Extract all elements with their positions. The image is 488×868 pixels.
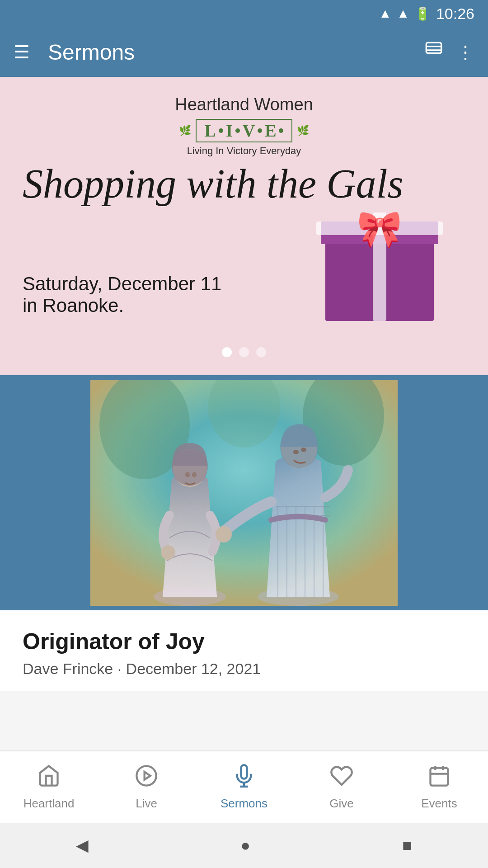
sermon-meta: Dave Frincke · December 12, 2021 [23, 660, 465, 678]
microphone-icon [232, 764, 256, 793]
battery-icon: 🔋 [415, 6, 431, 21]
sermon-title: Originator of Joy [23, 628, 465, 655]
live-i: I [226, 121, 233, 141]
sermon-card[interactable]: Originator of Joy Dave Frincke · Decembe… [0, 375, 488, 691]
live-e: E [265, 121, 276, 141]
menu-button[interactable]: ☰ [14, 42, 30, 62]
nav-label-live: Live [136, 797, 157, 811]
nav-item-events[interactable]: Events [390, 764, 488, 811]
banner-location-text: in Roanoke. [23, 295, 221, 316]
live-dot-4 [279, 128, 283, 133]
chat-button[interactable] [425, 41, 443, 63]
banner-date-location: Saturday, December 11 in Roanoke. [23, 273, 221, 316]
status-time: 10:26 [436, 5, 474, 23]
svg-point-16 [301, 448, 306, 452]
page-title: Sermons [48, 40, 135, 65]
svg-marker-18 [145, 772, 150, 779]
signal-icon: ▲ [397, 6, 409, 21]
nav-label-give: Give [329, 797, 353, 811]
svg-point-17 [136, 766, 156, 785]
vine-left-icon: 🌿 [179, 125, 191, 137]
live-box: L I V E [196, 119, 293, 142]
sermon-painting [90, 380, 398, 606]
svg-point-10 [192, 472, 197, 477]
live-dot-2 [235, 128, 240, 133]
app-bar-left: ☰ Sermons [14, 40, 135, 65]
heart-icon [330, 764, 353, 793]
app-bar: ☰ Sermons ⋮ [0, 27, 488, 77]
nav-label-sermons: Sermons [221, 797, 267, 811]
svg-rect-0 [426, 42, 441, 53]
gift-box: 🎀 [316, 212, 443, 321]
nav-label-heartland: Heartland [23, 797, 75, 811]
nav-item-live[interactable]: Live [98, 764, 195, 811]
live-label: L [205, 121, 216, 141]
more-options-button[interactable]: ⋮ [456, 42, 474, 62]
calendar-icon [427, 764, 451, 793]
carousel-dot-1[interactable] [222, 347, 232, 357]
carousel-dot-3[interactable] [256, 347, 266, 357]
wifi-icon: ▲ [379, 6, 391, 21]
carousel-dot-2[interactable] [239, 347, 249, 357]
app-bar-right: ⋮ [425, 41, 474, 63]
svg-point-12 [216, 526, 232, 542]
status-icons: ▲ ▲ 🔋 10:26 [379, 5, 474, 23]
banner-main-title: Shopping with the Gals [23, 161, 465, 206]
nav-item-sermons[interactable]: Sermons [195, 764, 293, 811]
banner-org-name: Heartland Women [23, 95, 465, 114]
sermon-image-container [0, 375, 488, 610]
recents-button[interactable]: ■ [402, 836, 412, 855]
play-circle-icon [135, 764, 158, 793]
painting-svg [90, 380, 398, 606]
banner-carousel[interactable]: Heartland Women 🌿 L I V E 🌿 Living In Vi… [0, 77, 488, 375]
live-dot-1 [219, 128, 223, 133]
content-section: Originator of Joy Dave Frincke · Decembe… [0, 375, 488, 691]
live-dot-3 [258, 128, 262, 133]
home-icon [37, 764, 61, 793]
status-bar: ▲ ▲ 🔋 10:26 [0, 0, 488, 27]
svg-point-15 [293, 450, 299, 454]
banner-slide-1: Heartland Women 🌿 L I V E 🌿 Living In Vi… [0, 77, 488, 375]
banner-live-row: 🌿 L I V E 🌿 [23, 119, 465, 142]
gift-bow: 🎀 [357, 208, 402, 250]
sermon-info: Originator of Joy Dave Frincke · Decembe… [0, 610, 488, 691]
banner-gift-image: 🎀 [316, 212, 461, 339]
home-button[interactable]: ● [240, 836, 250, 855]
nav-item-give[interactable]: Give [293, 764, 390, 811]
nav-item-heartland[interactable]: Heartland [0, 764, 98, 811]
svg-rect-21 [431, 768, 448, 785]
back-button[interactable]: ◀ [76, 836, 89, 855]
live-subtitle: Living In Victory Everyday [23, 145, 465, 157]
system-navigation-bar: ◀ ● ■ [0, 823, 488, 868]
svg-point-9 [185, 472, 190, 477]
bottom-navigation: Heartland Live Sermons [0, 750, 488, 823]
carousel-dots[interactable] [222, 347, 266, 357]
nav-label-events: Events [421, 797, 457, 811]
svg-point-13 [161, 545, 175, 560]
banner-date-text: Saturday, December 11 [23, 273, 221, 295]
vine-right-icon: 🌿 [297, 125, 309, 137]
live-v: V [243, 121, 255, 141]
